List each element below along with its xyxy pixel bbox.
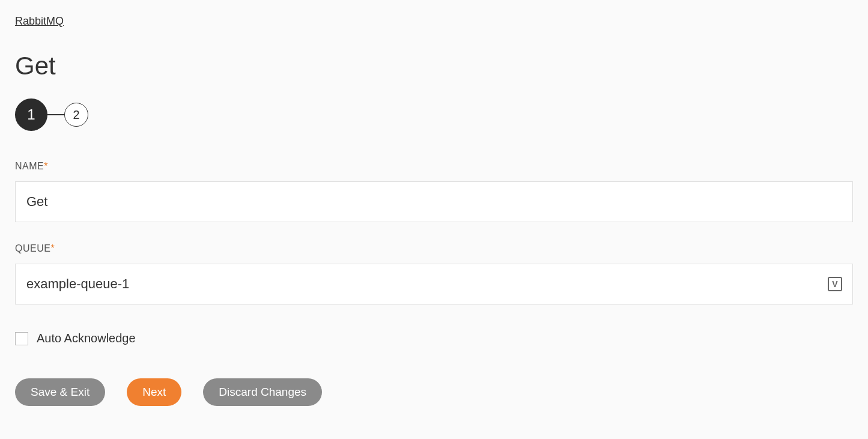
auto-ack-checkbox[interactable] [15,332,28,345]
name-label: NAME* [15,161,853,172]
stepper: 1 2 [15,98,853,131]
step-2[interactable]: 2 [64,103,88,127]
page-title: Get [15,52,853,80]
discard-button[interactable]: Discard Changes [203,378,322,406]
queue-input[interactable] [15,264,853,304]
name-input-wrapper [15,181,853,222]
breadcrumb-link[interactable]: RabbitMQ [15,15,64,27]
save-exit-button[interactable]: Save & Exit [15,378,105,406]
variable-icon[interactable]: V [828,277,842,291]
queue-label: QUEUE* [15,243,853,254]
name-field-group: NAME* [15,161,853,222]
step-1[interactable]: 1 [15,98,47,131]
name-label-text: NAME [15,161,44,171]
queue-field-group: QUEUE* V [15,243,853,304]
required-asterisk-icon: * [44,161,48,171]
next-button[interactable]: Next [127,378,181,406]
auto-ack-label[interactable]: Auto Acknowledge [37,332,136,345]
queue-input-wrapper: V [15,264,853,304]
name-input[interactable] [15,181,853,222]
step-connector [47,114,64,115]
required-asterisk-icon: * [50,243,55,253]
button-row: Save & Exit Next Discard Changes [15,378,853,406]
queue-label-text: QUEUE [15,243,50,253]
auto-ack-group: Auto Acknowledge [15,332,853,345]
